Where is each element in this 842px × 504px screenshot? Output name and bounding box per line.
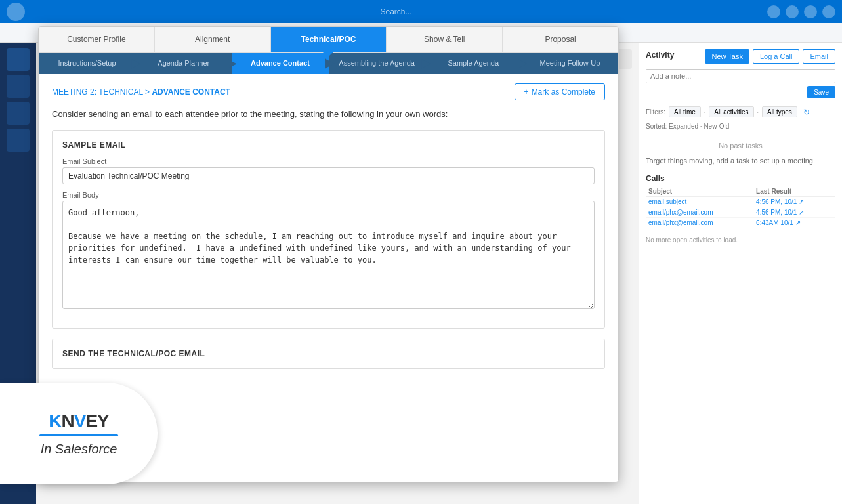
knvey-k: K xyxy=(49,411,61,431)
body-label: Email Body xyxy=(62,191,595,199)
knvey-underline xyxy=(39,434,118,436)
activity-title: Activity xyxy=(646,51,674,60)
log-call-button[interactable]: Log a Call xyxy=(753,49,800,64)
knvey-n: N xyxy=(61,411,74,431)
call-last-result: 4:56 PM, 10/1 ↗ xyxy=(753,197,835,207)
tab-proposal[interactable]: Proposal xyxy=(503,27,618,52)
step-sample-agenda[interactable]: Sample Agenda xyxy=(425,52,522,74)
no-activity-desc: Target things moving, add a task to set … xyxy=(646,156,835,166)
calls-subject-col: Subject xyxy=(646,186,753,197)
subject-label: Email Subject xyxy=(62,158,595,165)
body-textarea[interactable] xyxy=(62,201,595,309)
tab-alignment[interactable]: Alignment xyxy=(155,27,271,52)
mark-complete-button[interactable]: + Mark as Complete xyxy=(515,83,605,100)
step-meeting-follow-up[interactable]: Meeting Follow-Up xyxy=(522,52,618,74)
call-subject[interactable]: email/phx@email.com xyxy=(646,218,753,228)
mark-complete-label: Mark as Complete xyxy=(532,87,595,96)
send-section: SEND THE TECHNICAL/POC EMAIL xyxy=(52,339,605,369)
breadcrumb-prefix: MEETING 2: TECHNICAL > xyxy=(52,87,152,96)
table-row: email subject4:56 PM, 10/1 ↗ xyxy=(646,197,835,207)
breadcrumb-current: ADVANCE CONTACT xyxy=(152,87,230,96)
no-past-tasks: No past tasks xyxy=(646,135,835,156)
sf-search: Search... xyxy=(25,7,767,16)
filter-allactivities[interactable]: All activities xyxy=(709,106,753,117)
send-section-title: SEND THE TECHNICAL/POC EMAIL xyxy=(62,349,595,358)
call-last-result: 4:56 PM, 10/1 ↗ xyxy=(753,207,835,218)
knvey-logo: KNVEY xyxy=(49,411,109,432)
tab-customer-profile[interactable]: Customer Profile xyxy=(39,27,155,52)
note-input[interactable] xyxy=(646,69,835,83)
knvey-v: V xyxy=(74,411,86,431)
tab-show-tell[interactable]: Show & Tell xyxy=(387,27,503,52)
sf-header: Search... xyxy=(0,0,842,23)
tab-technical-poc[interactable]: Technical/POC xyxy=(271,27,387,52)
sample-email-title: SAMPLE EMAIL xyxy=(62,140,595,150)
call-subject[interactable]: email/phx@email.com xyxy=(646,207,753,218)
knvey-overlay: KNVEY In Salesforce xyxy=(0,383,158,484)
call-subject[interactable]: email subject xyxy=(646,197,753,207)
breadcrumb: MEETING 2: TECHNICAL > ADVANCE CONTACT +… xyxy=(52,83,605,100)
new-task-button[interactable]: New Task xyxy=(705,49,749,64)
breadcrumb-text: MEETING 2: TECHNICAL > ADVANCE CONTACT xyxy=(52,87,230,96)
step-assembling[interactable]: Assembling the Agenda xyxy=(329,52,425,74)
knvey-tagline: In Salesforce xyxy=(41,442,117,457)
modal-content: MEETING 2: TECHNICAL > ADVANCE CONTACT +… xyxy=(39,74,618,379)
table-row: email/phx@email.com4:56 PM, 10/1 ↗ xyxy=(646,207,835,218)
filter-alltypes[interactable]: All types xyxy=(762,106,797,117)
filter-alltime[interactable]: All time xyxy=(669,106,701,117)
refresh-icon[interactable]: ↻ xyxy=(803,108,810,117)
subject-input[interactable] xyxy=(62,167,595,184)
sample-email-box: SAMPLE EMAIL Email Subject Email Body xyxy=(52,130,605,329)
plus-icon: + xyxy=(524,87,529,96)
no-open-tasks: No more open activities to load. xyxy=(646,236,835,243)
top-tabs: Customer ProfileAlignmentTechnical/POCSh… xyxy=(39,27,618,52)
calls-lastresult-col: Last Result xyxy=(753,186,835,197)
save-button[interactable]: Save xyxy=(807,86,835,98)
step-agenda-planner[interactable]: Agenda Planner xyxy=(135,52,232,74)
step-advance-contact[interactable]: Advance Contact xyxy=(232,52,328,74)
description: Consider sending an email to each attend… xyxy=(52,108,605,120)
table-row: email/phx@email.com6:43AM 10/1 ↗ xyxy=(646,218,835,228)
step-nav: Instructions/SetupAgenda PlannerAdvance … xyxy=(39,52,618,74)
sf-right-panel: Activity New Task Log a Call Email Save … xyxy=(639,43,842,504)
email-button[interactable]: Email xyxy=(803,49,835,64)
step-instructions[interactable]: Instructions/Setup xyxy=(39,52,135,74)
calls-title: Calls xyxy=(646,174,835,183)
knvey-ey: EY xyxy=(85,411,108,431)
calls-table: Subject Last Result email subject4:56 PM… xyxy=(646,186,835,228)
sorted-label: Sorted: Expanded · New-Old xyxy=(646,123,835,130)
call-last-result: 6:43AM 10/1 ↗ xyxy=(753,218,835,228)
